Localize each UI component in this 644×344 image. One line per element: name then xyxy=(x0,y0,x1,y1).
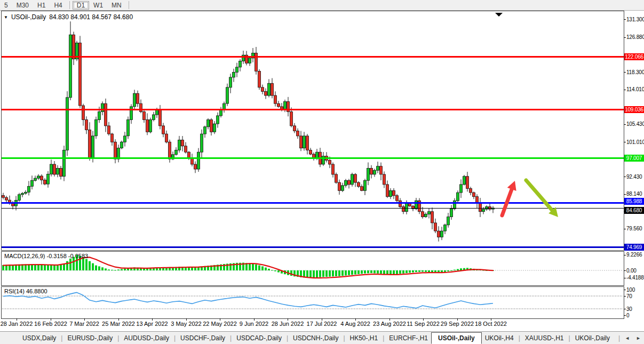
y-axis-tick-label: 88.140 xyxy=(626,191,644,197)
symbol-tab-ukoil-daily[interactable]: UKOil-,Daily xyxy=(572,333,613,343)
axis-tick xyxy=(624,37,626,38)
date-label: 28 Jun 2022 xyxy=(269,321,306,327)
y-axis-tick-label: 70 xyxy=(626,293,644,299)
symbol-tab-eurchf-h1[interactable]: EURCHF-,H1 xyxy=(386,333,431,343)
date-label: 11 Sep 2022 xyxy=(404,321,442,327)
scroll-to-end-marker[interactable] xyxy=(495,13,503,17)
timeframe-button-m30[interactable]: M30 xyxy=(12,1,33,10)
price-level-badge: 97.007 xyxy=(624,155,644,162)
trading-terminal-window: { "toolbar": { "buttons": ["5", "M30", "… xyxy=(0,0,644,344)
axis-tick xyxy=(624,255,626,255)
date-label: 3 May 2022 xyxy=(168,321,205,327)
annotation-overlay xyxy=(0,0,644,344)
symbol-tab-ukoil-h4[interactable]: UKOil-,H4 xyxy=(482,333,517,343)
axis-tick xyxy=(624,124,626,125)
axis-tick xyxy=(624,19,626,20)
date-label: 13 Apr 2022 xyxy=(133,321,171,327)
timeframe-button-d1[interactable]: D1 xyxy=(73,1,89,10)
symbol-tab-hk50-h1[interactable]: HK50-,H1 xyxy=(347,333,381,343)
y-axis-tick-label: 79.560 xyxy=(626,226,644,231)
axis-tick xyxy=(624,270,626,271)
symbol-tab-usoil-daily[interactable]: USOil-,Daily xyxy=(431,332,482,344)
y-axis-tick-label: 0.00 xyxy=(626,268,644,274)
symbol-tab-usdcad-daily[interactable]: USDCAD-,Daily xyxy=(233,333,285,343)
toolbar-separator xyxy=(129,1,129,9)
date-label: 4 Aug 2022 xyxy=(337,321,374,327)
y-axis-tick-label: 92.430 xyxy=(626,174,644,180)
symbol-tab-eurusd-daily[interactable]: EURUSD-,Daily xyxy=(64,333,116,343)
axis-tick xyxy=(624,296,626,297)
axis-tick xyxy=(624,72,626,73)
axis-tick xyxy=(624,278,626,278)
symbol-tab-xauusd-h1[interactable]: XAUUSD-,H1 xyxy=(522,333,567,343)
y-axis-tick-label: -4.4188 xyxy=(626,275,644,281)
price-level-badge: 74.969 xyxy=(624,244,644,251)
tab-separator: | xyxy=(617,334,622,342)
tab-separator: | xyxy=(381,334,386,342)
date-label: 9 Jun 2022 xyxy=(235,321,273,327)
price-level-badge: 84.680 xyxy=(624,207,644,214)
chart-symbol-label: USOil-,Daily xyxy=(11,13,46,21)
bearish-arrow[interactable] xyxy=(526,180,558,217)
price-level-badge: 109.036 xyxy=(624,106,644,113)
date-label: 28 Jan 2022 xyxy=(0,321,35,327)
chart-title-row: ▼ USOil-,Daily 84.830 84.901 84.567 84.6… xyxy=(4,13,133,21)
date-label: 29 Sep 2022 xyxy=(439,321,476,327)
date-label: 18 Oct 2022 xyxy=(472,321,510,327)
y-axis-tick-label: 101.010 xyxy=(626,139,644,145)
tab-separator: | xyxy=(285,334,290,342)
axis-tick xyxy=(624,309,626,309)
axis-tick xyxy=(624,194,626,195)
symbol-tab-usdcnh-daily[interactable]: USDCNH-,Daily xyxy=(290,333,341,343)
timeframe-button-h1[interactable]: H1 xyxy=(33,1,50,10)
tabs-scroll-right-icon[interactable]: ► xyxy=(633,335,644,341)
symbol-tab-bar: USDX,Daily|EURUSD-,Daily|AUDUSD-,Daily|U… xyxy=(0,331,644,344)
tabs-scroll-left-icon[interactable]: ◄ xyxy=(622,335,633,341)
price-level-badge: 122.066 xyxy=(624,53,644,60)
macd-indicator-label: MACD(12,26,9) -0.3158 -0.0583 xyxy=(4,253,88,259)
price-level-badge: 85.988 xyxy=(624,198,644,205)
tab-separator: | xyxy=(517,334,522,342)
rsi-indicator-label: RSI(14) 46.8800 xyxy=(4,288,47,294)
symbol-tab-usdchf-daily[interactable]: USDCHF-,Daily xyxy=(177,333,228,343)
y-axis-tick-label: 105.430 xyxy=(626,121,644,127)
y-axis-tick-label: 30 xyxy=(626,306,644,312)
y-axis-tick-label: 114.010 xyxy=(626,86,644,92)
y-axis-tick-label: 131.300 xyxy=(626,17,644,22)
symbol-tab-usdx-daily[interactable]: USDX,Daily xyxy=(19,333,59,343)
date-label: 17 Jul 2022 xyxy=(303,321,340,327)
y-axis-tick-label: 0 xyxy=(626,313,644,318)
tab-separator: | xyxy=(567,334,572,342)
date-label: 23 Aug 2022 xyxy=(371,321,408,327)
axis-tick xyxy=(624,90,626,90)
tab-separator: | xyxy=(341,334,346,342)
axis-tick xyxy=(624,142,626,142)
timeframe-button-w1[interactable]: W1 xyxy=(89,1,107,10)
timeframe-toolbar: 5M30H1H4D1W1MN xyxy=(0,0,644,11)
timeframe-button-h4[interactable]: H4 xyxy=(50,1,66,10)
tab-separator: | xyxy=(59,334,64,342)
y-axis-tick-label: 118.300 xyxy=(626,69,644,75)
date-label: 16 Feb 2022 xyxy=(32,321,69,327)
symbol-tab-audusd-daily[interactable]: AUDUSD-,Daily xyxy=(121,333,172,343)
timeframe-button-5[interactable]: 5 xyxy=(0,1,12,10)
timeframe-button-mn[interactable]: MN xyxy=(107,1,126,10)
axis-tick xyxy=(624,229,626,229)
tab-separator: | xyxy=(172,334,177,342)
collapse-triangle-icon[interactable]: ▼ xyxy=(4,15,8,20)
toolbar-separator xyxy=(69,1,70,9)
tab-separator: | xyxy=(116,334,121,342)
tab-separator: | xyxy=(228,334,233,342)
tab-nav: |◄► xyxy=(617,334,644,342)
y-axis-tick-label: 100 xyxy=(626,287,644,293)
date-label: 22 May 2022 xyxy=(201,321,238,327)
bullish-arrow[interactable] xyxy=(502,181,516,215)
date-label: 7 Mar 2022 xyxy=(66,321,103,327)
axis-tick xyxy=(624,177,626,177)
axis-tick xyxy=(624,315,626,316)
axis-tick xyxy=(624,290,626,290)
y-axis-tick-label: 9.2266 xyxy=(626,252,644,258)
date-label: 25 Mar 2022 xyxy=(100,321,137,327)
chart-ohlc-values: 84.830 84.901 84.567 84.680 xyxy=(49,13,133,21)
y-axis-tick-label: 126.880 xyxy=(626,34,644,40)
